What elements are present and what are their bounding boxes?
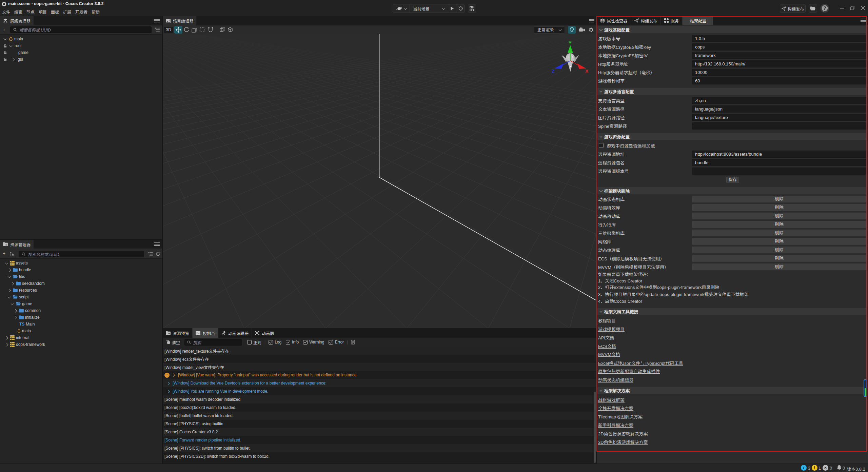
svg-text:X: X bbox=[585, 68, 589, 74]
svg-text:Z: Z bbox=[552, 68, 555, 74]
svg-text:?: ? bbox=[823, 5, 826, 11]
svg-text:Y: Y bbox=[569, 40, 572, 45]
